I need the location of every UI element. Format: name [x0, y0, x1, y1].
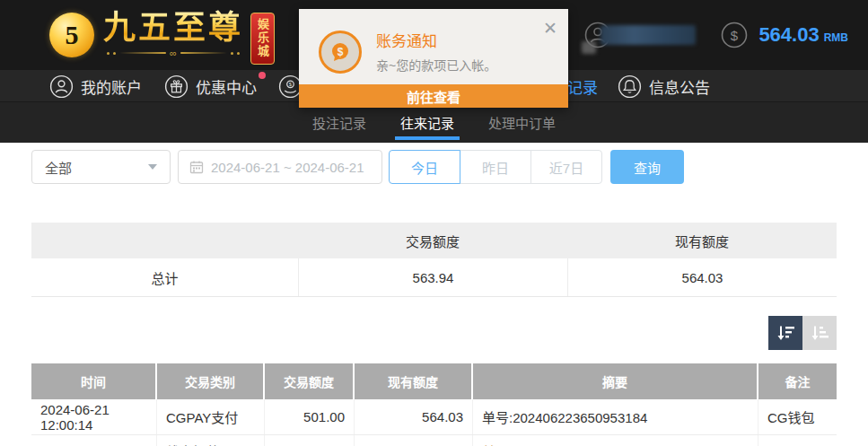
tab-bet-records[interactable]: 投注记录: [311, 102, 368, 143]
logo-flourish: ∞: [103, 49, 243, 57]
brand-subtitle: 娱乐城: [250, 13, 275, 65]
quick-label: 近7日: [549, 158, 583, 177]
sort-ascending-button[interactable]: [802, 316, 837, 350]
money-notification-icon: $: [319, 31, 362, 74]
go-view-button[interactable]: 前往查看: [299, 84, 568, 108]
table-row-partial: 线上提款 单号:: [31, 435, 837, 446]
notification-popup: $ 账务通知 亲~您的款项已入帐。 ✕ 前往查看: [299, 9, 568, 108]
calendar-icon: [189, 160, 204, 174]
balance-display: 564.03 RMB: [758, 23, 848, 47]
records-header-amount: 交易额度: [265, 363, 355, 399]
tab-label: 投注记录: [312, 113, 366, 132]
chevron-down-icon: [148, 164, 157, 170]
summary-header-row: 交易额度 现有额度: [31, 223, 837, 258]
cell-note: CG钱包: [758, 399, 837, 434]
records-header-balance: 现有额度: [355, 363, 473, 399]
cell-note: [758, 435, 837, 446]
records-header-row: 时间 交易类别 交易额度 现有额度 摘要 备注: [31, 363, 837, 399]
cell-category: 线上提款: [157, 435, 265, 446]
quick-filter-today[interactable]: 今日: [389, 150, 460, 184]
sort-desc-icon: [776, 323, 795, 343]
tab-label: 往来记录: [400, 113, 454, 132]
censored-username: [601, 25, 696, 45]
nav-label: 信息公告: [649, 75, 710, 98]
summary-total-transaction: 563.94: [298, 258, 567, 296]
summary-table: 交易额度 现有额度 总计 563.94 564.03: [31, 223, 837, 297]
cell-time: 2024-06-21 12:00:14: [31, 399, 157, 434]
brand-title: 九五至尊: [103, 7, 243, 48]
search-button[interactable]: 查询: [610, 150, 684, 184]
records-table: 时间 交易类别 交易额度 现有额度 摘要 备注 2024-06-21 12:00…: [31, 363, 837, 446]
date-range-value: 2024-06-21 ~ 2024-06-21: [211, 160, 364, 175]
date-range-input[interactable]: 2024-06-21 ~ 2024-06-21: [178, 150, 382, 184]
tab-transaction-records[interactable]: 往来记录: [399, 102, 456, 143]
popup-title: 账务通知: [376, 29, 437, 51]
table-row: 2024-06-21 12:00:14 CGPAY支付 501.00 564.0…: [31, 399, 837, 435]
cell-summary: 单号:202406223650953184: [473, 399, 758, 434]
tab-label: 处理中订单: [488, 113, 556, 132]
cell-time: [31, 435, 157, 446]
cell-amount: 501.00: [265, 399, 355, 434]
summary-header-balance: 现有额度: [567, 232, 837, 250]
tab-pending-orders[interactable]: 处理中订单: [487, 102, 557, 143]
balance-amount: 564.03: [758, 23, 819, 47]
sort-descending-button[interactable]: [768, 316, 802, 350]
records-header-time: 时间: [31, 363, 157, 399]
cell-amount: [265, 435, 355, 446]
select-value: 全部: [45, 158, 72, 177]
user-icon: [49, 74, 74, 99]
svg-text:$: $: [731, 28, 739, 43]
svg-text:$: $: [289, 82, 293, 87]
notification-dot: [259, 72, 266, 79]
sort-asc-icon: [810, 323, 829, 343]
records-header-category: 交易类别: [157, 363, 265, 399]
gift-icon: [164, 74, 189, 99]
brand-logo[interactable]: 5 九五至尊 ∞ 娱乐城: [49, 7, 275, 65]
transaction-type-select[interactable]: 全部: [31, 150, 171, 184]
active-tab-underline: [395, 136, 460, 140]
summary-total-label: 总计: [31, 258, 298, 296]
brand-text-wrap: 九五至尊 ∞: [103, 7, 243, 57]
bell-icon: [618, 74, 642, 99]
nav-item-promotions[interactable]: 优惠中心: [164, 70, 257, 102]
quick-filter-yesterday[interactable]: 昨日: [460, 150, 531, 184]
cell-balance: 564.03: [355, 399, 473, 434]
quick-filter-last7days[interactable]: 近7日: [530, 150, 602, 184]
brand-emblem-icon: 5: [49, 13, 94, 57]
dollar-circle-icon: $: [721, 22, 748, 48]
summary-total-balance: 564.03: [567, 258, 837, 296]
cell-summary: 单号:: [473, 435, 758, 446]
summary-header-transaction: 交易额度: [298, 232, 567, 250]
quick-label: 今日: [411, 158, 438, 177]
quick-label: 昨日: [482, 158, 509, 177]
cell-balance: [355, 435, 473, 446]
emblem-numeral: 5: [66, 20, 79, 50]
popup-message: 亲~您的款项已入帐。: [376, 56, 496, 74]
close-icon[interactable]: ✕: [543, 20, 557, 37]
nav-item-announcements[interactable]: 信息公告: [618, 70, 710, 102]
sort-controls: [768, 316, 837, 350]
balance-currency: RMB: [824, 31, 848, 44]
account-area: $ 564.03 RMB: [584, 0, 848, 70]
nav-label: 我的账户: [81, 75, 142, 98]
svg-text:$: $: [338, 46, 344, 58]
sub-nav: 投注记录 往来记录 处理中订单: [0, 102, 868, 143]
records-header-summary: 摘要: [473, 363, 758, 399]
page: 5 九五至尊 ∞ 娱乐城 $: [0, 0, 868, 446]
summary-total-row: 总计 563.94 564.03: [31, 258, 837, 297]
records-header-note: 备注: [758, 363, 837, 399]
nav-label: 优惠中心: [196, 75, 257, 98]
cell-category: CGPAY支付: [157, 399, 265, 434]
nav-item-my-account[interactable]: 我的账户: [49, 70, 142, 102]
